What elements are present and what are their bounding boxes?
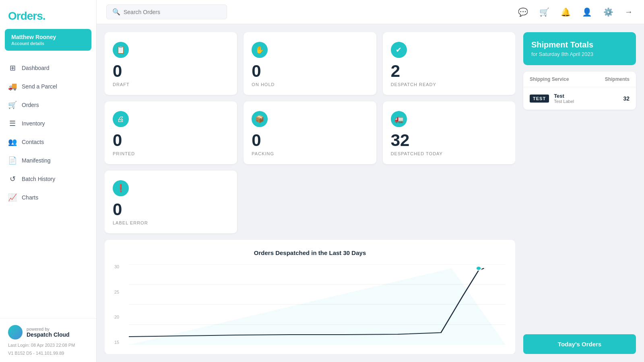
- dashboard-icon: ⊞: [8, 64, 17, 72]
- label-error-number: 0: [113, 201, 122, 218]
- shipping-table-header: Shipping Service Shipments: [523, 72, 636, 87]
- printed-label: PRINTED: [113, 151, 135, 156]
- shipment-totals-card: Shipment Totals for Saturday 8th April 2…: [523, 32, 636, 65]
- messages-icon[interactable]: 💬: [516, 6, 530, 19]
- company-name: Despatch Cloud: [27, 331, 70, 338]
- chart-svg-wrapper: [129, 264, 506, 345]
- brand-logo: Orders.: [0, 0, 96, 29]
- inventory-icon: ☰: [8, 119, 17, 128]
- chart-svg: [129, 264, 506, 345]
- draft-number: 0: [113, 63, 122, 80]
- stat-card-despatched-today: 🚛 32 DESPATCHED TODAY: [383, 101, 515, 164]
- printed-icon: 🖨: [113, 111, 129, 127]
- powered-by: powered by Despatch Cloud: [8, 325, 88, 339]
- on-hold-number: 0: [252, 63, 261, 80]
- table-row: TEST Test Test Label 32: [523, 87, 636, 110]
- chart-y-labels: 30 25 20 15: [114, 264, 119, 345]
- stat-card-printed: 🖨 0 PRINTED: [105, 101, 237, 164]
- sidebar: Orders. Matthew Rooney Account details ⊞…: [0, 0, 97, 362]
- sidebar-item-manifesting[interactable]: 📄 Manifesting: [0, 151, 96, 170]
- shipment-totals-subtitle: for Saturday 8th April 2023: [531, 51, 628, 57]
- draft-label: DRAFT: [113, 82, 130, 87]
- sidebar-item-send-parcel[interactable]: 🚚 Send a Parcel: [0, 77, 96, 96]
- chart-area: 30 25 20 15: [114, 264, 506, 345]
- y-label-25: 25: [114, 290, 119, 294]
- y-label-30: 30: [114, 264, 119, 269]
- label-error-icon: ❗: [113, 180, 129, 196]
- right-panel: Shipment Totals for Saturday 8th April 2…: [523, 32, 636, 354]
- sidebar-label-send-parcel: Send a Parcel: [22, 83, 57, 90]
- sidebar-label-contacts: Contacts: [22, 139, 44, 145]
- sidebar-label-orders: Orders: [22, 102, 39, 108]
- sidebar-item-dashboard[interactable]: ⊞ Dashboard: [0, 59, 96, 77]
- contacts-icon: 👥: [8, 138, 17, 146]
- user-account-button[interactable]: Matthew Rooney Account details: [5, 29, 91, 51]
- sidebar-item-batch-history[interactable]: ↺ Batch History: [0, 170, 96, 188]
- stat-card-label-error: ❗ 0 LABEL ERROR: [105, 171, 237, 233]
- shipping-service-info: Test Test Label: [554, 93, 618, 104]
- shipments-header: Shipments: [605, 76, 630, 82]
- service-label: Test Label: [554, 99, 618, 104]
- charts-icon: 📈: [8, 193, 17, 202]
- spacer: [523, 116, 636, 328]
- despatch-ready-label: DESPATCH READY: [391, 82, 436, 87]
- sidebar-label-dashboard: Dashboard: [22, 65, 50, 71]
- orders-icon: 🛒: [8, 101, 17, 109]
- stat-card-on-hold: ✋ 0 ON HOLD: [244, 32, 376, 95]
- on-hold-label: ON HOLD: [252, 82, 275, 87]
- despatched-today-icon: 🚛: [391, 111, 407, 127]
- last-login-text: Last Login: 08 Apr 2023 22:08 PM: [8, 343, 88, 348]
- sidebar-label-batch-history: Batch History: [22, 176, 55, 182]
- despatch-ready-icon: ✔: [391, 42, 407, 58]
- shipping-table-card: Shipping Service Shipments TEST Test Tes…: [523, 72, 636, 110]
- sidebar-item-inventory[interactable]: ☰ Inventory: [0, 114, 96, 133]
- logout-icon[interactable]: →: [623, 6, 634, 18]
- stats-grid: 📋 0 DRAFT ✋ 0 ON HOLD ✔ 2 DESPATCH READY…: [105, 32, 515, 233]
- packing-label: PACKING: [252, 151, 274, 156]
- search-input[interactable]: [124, 9, 221, 15]
- sidebar-item-orders[interactable]: 🛒 Orders: [0, 96, 96, 114]
- search-box[interactable]: 🔍: [106, 4, 227, 19]
- search-icon: 🔍: [112, 8, 120, 16]
- cart-icon[interactable]: 🛒: [538, 6, 551, 19]
- sidebar-label-inventory: Inventory: [22, 120, 45, 127]
- settings-icon[interactable]: ⚙️: [602, 6, 615, 19]
- despatch-ready-number: 2: [391, 63, 400, 80]
- today-orders-button[interactable]: Today's Orders: [523, 334, 636, 354]
- shipment-totals-title: Shipment Totals: [531, 40, 628, 49]
- on-hold-icon: ✋: [252, 42, 268, 58]
- sidebar-item-charts[interactable]: 📈 Charts: [0, 188, 96, 207]
- label-error-label: LABEL ERROR: [113, 220, 148, 225]
- sidebar-item-contacts[interactable]: 👥 Contacts: [0, 133, 96, 151]
- user-sub: Account details: [11, 41, 85, 46]
- despatched-today-number: 32: [391, 132, 410, 149]
- packing-icon: 📦: [252, 111, 268, 127]
- despatched-today-label: DESPATCHED TODAY: [391, 151, 443, 156]
- profile-icon[interactable]: 👤: [580, 6, 594, 19]
- user-name: Matthew Rooney: [11, 34, 85, 40]
- send-parcel-icon: 🚚: [8, 82, 17, 91]
- stat-card-draft: 📋 0 DRAFT: [105, 32, 237, 95]
- chart-title: Orders Despatched in the Last 30 Days: [114, 249, 506, 256]
- manifesting-icon: 📄: [8, 156, 17, 165]
- header: 🔍 💬 🛒 🔔 👤 ⚙️ →: [97, 0, 644, 24]
- main-area: 🔍 💬 🛒 🔔 👤 ⚙️ → 📋 0 DRAFT ✋: [97, 0, 644, 362]
- powered-by-text: powered by: [27, 327, 70, 331]
- sidebar-footer: powered by Despatch Cloud Last Login: 08…: [0, 318, 96, 362]
- brand-dot: .: [43, 10, 45, 22]
- header-icons: 💬 🛒 🔔 👤 ⚙️ →: [516, 6, 634, 19]
- printed-number: 0: [113, 132, 122, 149]
- test-badge: TEST: [530, 95, 549, 103]
- chart-area-fill: [129, 268, 506, 345]
- bell-icon[interactable]: 🔔: [559, 6, 572, 19]
- brand-name: Orders: [8, 10, 43, 22]
- y-label-20: 20: [114, 315, 119, 319]
- sidebar-label-charts: Charts: [22, 194, 38, 201]
- chart-peak-dot: [476, 266, 481, 270]
- sidebar-label-manifesting: Manifesting: [22, 157, 51, 164]
- shipping-service-header: Shipping Service: [530, 76, 605, 82]
- service-name: Test: [554, 93, 618, 99]
- batch-history-icon: ↺: [8, 175, 17, 183]
- packing-number: 0: [252, 132, 261, 149]
- draft-icon: 📋: [113, 42, 129, 58]
